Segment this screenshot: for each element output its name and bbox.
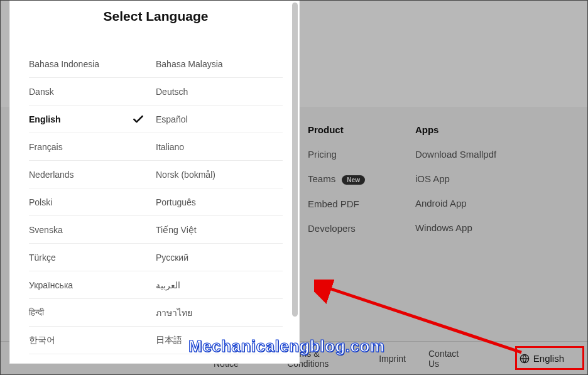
language-option-label: 日本語 [156,335,182,346]
language-option[interactable]: Polski [29,188,156,216]
language-column-left: Bahasa IndonesiaDanskEnglishFrançaisNede… [29,50,156,354]
modal-scrollbar[interactable] [292,3,298,317]
language-selector-label: English [533,353,564,364]
footer-heading-product: Product [308,124,365,135]
language-option[interactable]: Italiano [156,133,283,161]
language-selector-button[interactable]: English [513,349,570,367]
footer-col-apps: Apps Download Smallpdf iOS App Android A… [415,124,496,247]
footer-link-embed-pdf[interactable]: Embed PDF [308,198,365,209]
language-option-label: Türkçe [29,253,56,263]
language-option[interactable]: Русский [156,244,283,271]
footer-heading-apps: Apps [415,124,496,135]
footer-link-ios-app[interactable]: iOS App [415,173,496,184]
language-option-label: Українська [29,280,73,290]
language-option[interactable]: Español [156,106,283,133]
footer-link-android-app[interactable]: Android App [415,198,496,209]
language-option[interactable]: English [29,106,156,133]
language-option[interactable]: Deutsch [156,78,283,106]
footer-col-product: Product Pricing Teams New Embed PDF Deve… [308,124,365,247]
language-option[interactable]: Українська [29,271,156,299]
language-option-label: Dansk [29,87,54,97]
language-option-label: Nederlands [29,170,74,180]
language-option[interactable]: العربية [156,271,283,299]
language-option[interactable]: Svenska [29,216,156,244]
language-option-label: Svenska [29,225,63,235]
check-icon [132,113,144,126]
language-option[interactable]: 한국어 [29,327,156,354]
footer-link-pricing[interactable]: Pricing [308,149,365,160]
language-option[interactable]: Português [156,188,283,216]
language-option-label: ภาษาไทย [156,306,192,320]
language-option[interactable]: 日本語 [156,327,283,354]
footer-link-imprint[interactable]: Imprint [379,354,406,364]
footer-link-teams-label: Teams [308,173,335,184]
globe-icon [520,354,530,364]
language-option[interactable]: ภาษาไทย [156,299,283,327]
language-option-label: Português [156,197,196,207]
language-option[interactable]: Dansk [29,78,156,106]
language-option-label: Deutsch [156,87,188,97]
language-option[interactable]: Français [29,133,156,161]
language-modal-title: Select Language [29,9,283,24]
language-option-label: Tiếng Việt [156,225,197,235]
language-option-label: Italiano [156,142,184,152]
footer-link-developers[interactable]: Developers [308,223,365,234]
footer-link-contact[interactable]: Contact Us [428,349,468,369]
language-option[interactable]: Bahasa Indonesia [29,50,156,78]
language-option-label: Bahasa Indonesia [29,59,99,69]
language-option-label: Bahasa Malaysia [156,59,223,69]
language-option[interactable]: Türkçe [29,244,156,271]
language-option-label: Русский [156,253,188,263]
language-option-label: العربية [156,280,180,290]
new-badge: New [342,175,365,185]
language-option-label: Español [156,114,188,124]
language-option[interactable]: Norsk (bokmål) [156,161,283,188]
language-column-right: Bahasa MalaysiaDeutschEspañolItalianoNor… [156,50,283,354]
language-option-label: English [29,114,61,124]
language-option[interactable]: Bahasa Malaysia [156,50,283,78]
language-option-label: Polski [29,197,52,207]
language-option-label: Français [29,142,63,152]
language-option[interactable]: Nederlands [29,161,156,188]
language-option-label: हिन्दी [29,307,44,318]
language-option-label: Norsk (bokmål) [156,170,215,180]
language-option[interactable]: Tiếng Việt [156,216,283,244]
language-option-label: 한국어 [29,335,55,346]
language-modal: Select Language Bahasa IndonesiaDanskEng… [10,0,299,363]
language-option[interactable]: हिन्दी [29,299,156,327]
footer-link-windows-app[interactable]: Windows App [415,222,496,233]
footer-link-download-smallpdf[interactable]: Download Smallpdf [415,149,496,160]
footer-link-teams[interactable]: Teams New [308,173,365,185]
